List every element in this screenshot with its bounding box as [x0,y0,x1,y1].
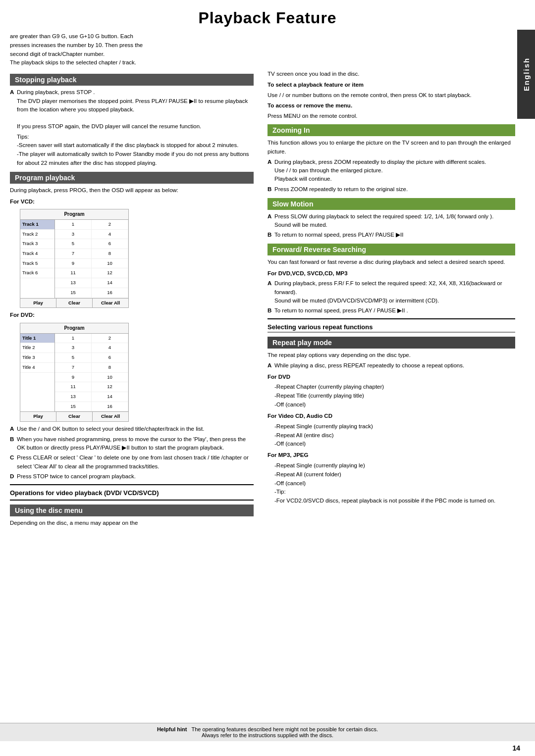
for-dvd-repeat-label: For DVD [268,373,515,382]
vcd-program-table: Program Track 1 Track 2 Track 3 Track 4 … [20,209,129,308]
dvd-title-4: Title 4 [20,363,54,373]
footer-hint-text2: Always refer to the instructions supplie… [202,732,333,738]
footer-hint-text: The operating features described here mi… [191,726,378,732]
for-dvd-vcd-label: For DVD,VCD, SVCD,CD, MP3 [268,269,515,278]
divider-right-1 [268,318,515,319]
repeat-a-label: A [268,361,274,370]
repeat-play-mode-body: The repeat play options vary depending o… [268,351,515,505]
dvd-title-3: Title 3 [20,353,54,363]
page: Playback Feature English are greater tha… [0,0,535,756]
for-vcd-cd-repeat-label: For Video CD, Audio CD [268,412,515,421]
dvd-repeat-item-3: -Off (cancel) [274,401,515,409]
repeat-play-mode-header: Repeat play mode [268,337,515,349]
top-intro-text: are greater than G9 G, use G+10 G button… [0,32,535,70]
mp3-repeat-item-2: -Repeat All (current folder) [274,470,515,479]
step-b-label: B [10,435,17,444]
for-dvd-label: For DVD: [10,311,254,320]
mp3-repeat-item-3: -Off (cancel) [274,479,515,488]
slow-b-label: B [268,231,274,240]
zooming-in-body: This function allows you to enlarge the … [268,139,515,194]
operations-header: Operations for video playback (DVD/ VCD/… [10,489,254,497]
dvd-clear-btn[interactable]: Clear [56,412,93,421]
step-d-label: D [10,472,17,481]
dvd-title-2: Title 2 [20,343,54,353]
page-title: Playback Feature [0,0,535,32]
vcd-play-btn[interactable]: Play [20,299,56,308]
vcd-cd-repeat-item-1: -Repeat Single (currently playing track) [274,422,515,431]
forward-reverse-header: Forward/ Reverse Searching [268,244,515,255]
dvd-repeat-item-1: -Repeat Chapter (currently playing chapt… [274,383,515,392]
using-disc-menu-header: Using the disc menu [10,504,254,516]
mp3-repeat-item-5: -For VCD2.0/SVCD discs, repeat playback … [274,497,515,505]
item-label-a: A [10,88,17,97]
dvd-play-btn[interactable]: Play [20,412,56,421]
program-playback-body: During playback, press PROG, then the OS… [10,186,254,481]
vcd-table-title: Program [20,209,128,220]
step-a-label: A [10,425,17,434]
mp3-repeat-item-1: -Repeat Single (currently playing le) [274,461,515,470]
fr-a-label: A [268,279,274,288]
program-playback-header: Program playback [10,172,254,184]
vcd-track-1: Track 1 [20,220,54,230]
dvd-repeat-item-2: -Repeat Title (currently playing title) [274,392,515,401]
vcd-clear-btn[interactable]: Clear [56,299,93,308]
select-feature-bold: To select a playback feature or item [268,82,364,88]
dvd-title-1: Title 1 [20,334,54,344]
vcd-track-5: Track 5 [20,259,54,269]
dvd-program-table: Program Title 1 Title 2 Title 3 Title 4 … [20,323,129,422]
content-area: Stopping playback A During playback, pre… [0,70,535,529]
zoom-b-label: B [268,185,274,194]
page-number: 14 [512,744,520,752]
dvd-table-title: Program [20,323,128,334]
mp3-repeat-item-4: -Tip: [274,488,515,497]
fr-b-label: B [268,306,274,315]
step-c-label: C [10,454,17,462]
left-column: Stopping playback A During playback, pre… [5,70,263,529]
stopping-playback-body: A During playback, press STOP . The DVD … [10,88,254,168]
vcd-cd-repeat-item-3: -Off (cancel) [274,440,515,449]
vcd-clear-all-btn[interactable]: Clear All [93,299,128,308]
for-vcd-label: For VCD: [10,198,254,206]
using-disc-menu-body: Depending on the disc, a menu may appear… [10,519,254,528]
vcd-track-4: Track 4 [20,249,54,259]
right-column: TV screen once you load in the disc. To … [263,70,520,529]
vcd-track-2: Track 2 [20,230,54,240]
access-menu-bold: To access or remove the menu. [268,102,352,108]
stopping-playback-header: Stopping playback [10,74,254,86]
zoom-a-label: A [268,158,274,167]
footer-hint-label: Helpful hint [157,726,190,732]
selecting-repeat-header: Selecting various repeat functions [268,323,515,333]
zooming-in-header: Zooming In [268,124,515,136]
vcd-track-6: Track 6 [20,268,54,278]
vcd-cd-repeat-item-2: -Repeat All (entire disc) [274,431,515,440]
forward-reverse-body: You can fast forward or fast reverse a d… [268,258,515,315]
slow-motion-body: A Press SLOW during playback to select t… [268,212,515,240]
tv-screen-text: TV screen once you load in the disc. [268,70,515,79]
divider-2 [10,500,254,501]
footer-bar: Helpful hint The operating features desc… [0,723,535,741]
divider-1 [10,484,254,485]
slow-motion-header: Slow Motion [268,198,515,210]
for-mp3-repeat-label: For MP3, JPEG [268,451,515,460]
english-sidebar: English [517,30,535,119]
dvd-clear-all-btn[interactable]: Clear All [93,412,128,421]
vcd-track-3: Track 3 [20,239,54,249]
slow-a-label: A [268,212,274,221]
